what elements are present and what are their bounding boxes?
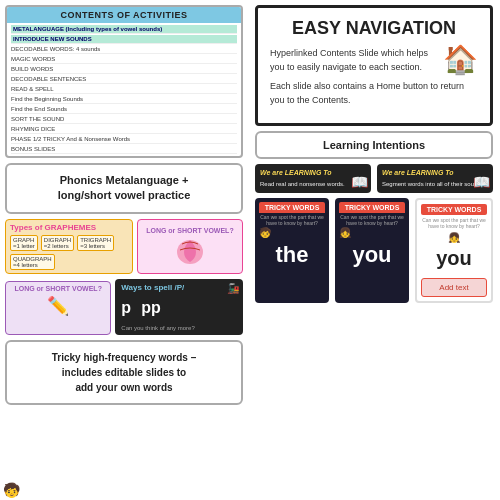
person-standing-icon-2: 👧 <box>339 227 351 238</box>
tricky-dark-card-you: TRICKY WORDS Can we spot the part that w… <box>335 198 409 303</box>
contents-box: CONTENTS OF ACTIVITIES METALANGUAGE (Inc… <box>5 5 243 158</box>
shell-icon <box>174 236 206 266</box>
contents-list: METALANGUAGE (Including types of vowel s… <box>7 23 241 156</box>
grapheme-types-title: Types of GRAPHEMES <box>10 223 128 232</box>
crayon-icon: ✏️ <box>10 295 106 317</box>
phonics-line1: Phonics Metalanguage + <box>60 174 189 186</box>
contents-item: METALANGUAGE (Including types of vowel s… <box>11 25 237 34</box>
long-short-label2: LONG or SHORT VOWEL? <box>10 285 106 292</box>
house-icon: 🏠 <box>443 43 478 76</box>
ways-card-title: Ways to spell /P/ <box>121 283 237 292</box>
ways-caption: Can you think of any more? <box>121 325 237 331</box>
learning-slide-2: We are LEARNING To Segment words into al… <box>377 164 493 193</box>
ways-to-spell-card: Ways to spell /P/ 🚂 p pp Can you think o… <box>115 279 243 335</box>
train-icon: 🚂 <box>227 283 239 294</box>
long-short-card: LONG or SHORT VOWEL? <box>137 219 243 274</box>
contents-item: MAGIC WORDS <box>11 55 237 64</box>
contents-item: READ & SPELL <box>11 85 237 94</box>
tricky-light-card: TRICKY WORDS Can we spot the part that w… <box>415 198 493 303</box>
contents-item: Find the End Sounds <box>11 105 237 114</box>
contents-item: RHYMING DICE <box>11 125 237 134</box>
grapheme-types-card: Types of GRAPHEMES GRAPH=1 letter DIGRAP… <box>5 219 133 274</box>
person-icon-light: 👧 <box>421 232 487 243</box>
tricky-line2: includes editable slides to <box>62 367 186 378</box>
person-icon: 🧒 <box>3 482 20 498</box>
easy-nav-title: EASY NAVIGATION <box>270 18 478 39</box>
ways-letter-pp: pp <box>141 299 161 317</box>
tricky-light-header: TRICKY WORDS <box>421 204 487 215</box>
person-standing-icon: 🧒 <box>259 227 325 238</box>
long-short-label: LONG or SHORT VOWEL? <box>146 227 234 234</box>
phonics-line2: long/short vowel practice <box>58 189 191 201</box>
ways-letters: p pp <box>121 295 237 321</box>
ways-letter-p: p <box>121 299 131 317</box>
tricky-line1: Tricky high-frequency words – <box>52 352 196 363</box>
left-column: CONTENTS OF ACTIVITIES METALANGUAGE (Inc… <box>0 0 248 432</box>
second-cards-row: LONG or SHORT VOWEL? ✏️ Ways to spell /P… <box>5 279 243 335</box>
page-container: CONTENTS OF ACTIVITIES METALANGUAGE (Inc… <box>0 0 500 500</box>
tricky-bottom-box: Tricky high-frequency words – includes e… <box>5 340 243 405</box>
reading-icon-2: 📖 <box>473 174 490 190</box>
contents-item: BUILD WORDS <box>11 65 237 74</box>
tricky-dark-header: TRICKY WORDS <box>259 202 325 213</box>
easy-nav-box: EASY NAVIGATION 🏠 Hyperlinked Contents S… <box>255 5 493 126</box>
learning-slides: We are LEARNING To Read real and nonsens… <box>255 164 493 193</box>
reading-icon-1: 📖 <box>351 174 368 190</box>
contents-item: SORT THE SOUND <box>11 115 237 124</box>
tricky-dark-subheader: Can we spot the part that we have to kno… <box>259 214 325 226</box>
tricky-word-the: the <box>259 238 325 272</box>
tricky-add-text[interactable]: Add text <box>421 278 487 297</box>
learning-intentions-box: Learning Intentions <box>255 131 493 159</box>
contents-item: BONUS SLIDES <box>11 145 237 154</box>
tricky-dark-card-the: TRICKY WORDS Can we spot the part that w… <box>255 198 329 303</box>
grapheme-digraph: DIGRAPH=2 letters <box>41 235 74 251</box>
tricky-right-area: TRICKY WORDS Can we spot the part that w… <box>255 198 493 303</box>
tricky-word-light: you <box>421 243 487 274</box>
tricky-dark-subheader-2: Can we spot the part that we have to kno… <box>339 214 405 226</box>
contents-item: PHASE 1/2 TRICKY And & Nonsense Words <box>11 135 237 144</box>
learning-slide-1: We are LEARNING To Read real and nonsens… <box>255 164 371 193</box>
contents-item: Find the Beginning Sounds <box>11 95 237 104</box>
contents-item: INTRODUCE NEW SOUNDS <box>11 35 237 44</box>
tricky-word-you: you <box>339 238 405 272</box>
easy-nav-para2: Each slide also contains a Home button t… <box>270 80 478 107</box>
phonics-box: Phonics Metalanguage + long/short vowel … <box>5 163 243 214</box>
tricky-line3: add your own words <box>75 382 172 393</box>
grapheme-trigraph: TRIGRAPH=3 letters <box>77 235 114 251</box>
contents-item: DECODABLE SENTENCES <box>11 75 237 84</box>
long-short-card2: LONG or SHORT VOWEL? ✏️ <box>5 281 111 335</box>
learning-intentions-title: Learning Intentions <box>323 139 425 151</box>
contents-title: CONTENTS OF ACTIVITIES <box>7 7 241 23</box>
grapheme-quadgraph: QUADGRAPH=4 letters <box>10 254 55 270</box>
tricky-light-subheader: Can we spot the part that we have to kno… <box>421 217 487 229</box>
grapheme-tags: GRAPH=1 letter DIGRAPH=2 letters TRIGRAP… <box>10 235 128 270</box>
contents-item: DECODABLE WORDS: 4 sounds <box>11 45 237 54</box>
tricky-dark-header-2: TRICKY WORDS <box>339 202 405 213</box>
right-column: EASY NAVIGATION 🏠 Hyperlinked Contents S… <box>250 0 498 432</box>
graphemes-row: Types of GRAPHEMES GRAPH=1 letter DIGRAP… <box>5 219 243 274</box>
grapheme-graph: GRAPH=1 letter <box>10 235 38 251</box>
